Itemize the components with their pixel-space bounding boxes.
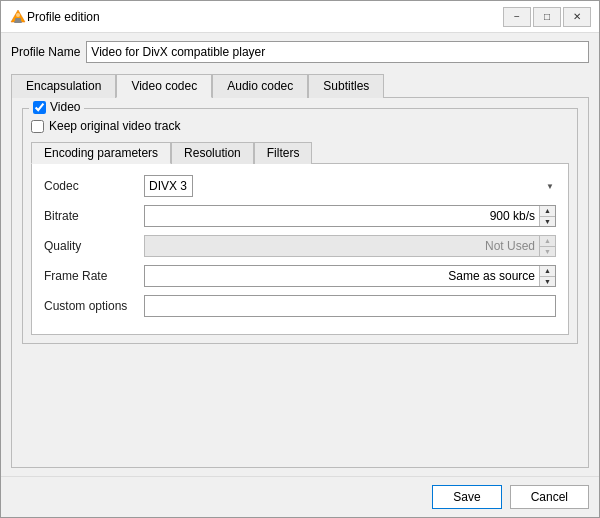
tab-audio-codec[interactable]: Audio codec [212,74,308,98]
svg-point-3 [16,13,20,17]
quality-control: Not Used ▲ ▼ [144,235,556,257]
title-bar: Profile edition − □ ✕ [1,1,599,33]
quality-label: Quality [44,239,144,253]
vlc-icon [9,8,27,26]
svg-rect-2 [14,21,22,23]
sub-tab-resolution[interactable]: Resolution [171,142,254,164]
codec-row: Codec DIVX 3 [44,174,556,198]
sub-tabs: Encoding parameters Resolution Filters [31,141,569,163]
frame-rate-spin-buttons: ▲ ▼ [539,266,555,286]
sub-panel-encoding-params: Codec DIVX 3 Bitrate [31,163,569,335]
minimize-button[interactable]: − [503,7,531,27]
main-tabs: Encapsulation Video codec Audio codec Su… [11,73,589,97]
tab-encapsulation[interactable]: Encapsulation [11,74,116,98]
tab-subtitles[interactable]: Subtitles [308,74,384,98]
bitrate-decrement[interactable]: ▼ [540,216,555,227]
custom-options-row: Custom options [44,294,556,318]
quality-value: Not Used [485,239,535,253]
quality-spin-stub: ▲ ▼ [539,236,555,256]
save-button[interactable]: Save [432,485,501,509]
quality-down-icon: ▼ [540,246,555,257]
keep-original-row: Keep original video track [31,119,569,133]
bitrate-row: Bitrate ▲ ▼ [44,204,556,228]
profile-name-row: Profile Name [11,41,589,63]
bitrate-input[interactable] [145,206,539,226]
main-content: Profile Name Encapsulation Video codec A… [1,33,599,476]
custom-options-input[interactable] [144,295,556,317]
bitrate-label: Bitrate [44,209,144,223]
sub-tab-encoding-params[interactable]: Encoding parameters [31,142,171,164]
frame-rate-control: ▲ ▼ [144,265,556,287]
frame-rate-decrement[interactable]: ▼ [540,276,555,287]
video-group-legend: Video [29,100,84,114]
custom-options-label: Custom options [44,299,144,313]
codec-control: DIVX 3 [144,175,556,197]
maximize-button[interactable]: □ [533,7,561,27]
frame-rate-increment[interactable]: ▲ [540,266,555,276]
codec-select[interactable]: DIVX 3 [144,175,193,197]
tab-panel-video-codec: Video Keep original video track Encoding… [11,97,589,468]
codec-select-wrapper: DIVX 3 [144,175,556,197]
bitrate-spin-buttons: ▲ ▼ [539,206,555,226]
video-group: Video Keep original video track Encoding… [22,108,578,344]
profile-name-input[interactable] [86,41,589,63]
profile-edition-window: Profile edition − □ ✕ Profile Name Encap… [0,0,600,518]
quality-display: Not Used ▲ ▼ [144,235,556,257]
custom-options-control [144,295,556,317]
frame-rate-spinbox: ▲ ▼ [144,265,556,287]
codec-label: Codec [44,179,144,193]
quality-row: Quality Not Used ▲ ▼ [44,234,556,258]
window-title: Profile edition [27,10,503,24]
sub-tab-filters[interactable]: Filters [254,142,313,164]
bitrate-increment[interactable]: ▲ [540,206,555,216]
frame-rate-row: Frame Rate ▲ ▼ [44,264,556,288]
close-button[interactable]: ✕ [563,7,591,27]
window-controls: − □ ✕ [503,7,591,27]
frame-rate-input[interactable] [145,266,539,286]
video-checkbox-label: Video [50,100,80,114]
tab-video-codec[interactable]: Video codec [116,74,212,98]
bitrate-control: ▲ ▼ [144,205,556,227]
keep-original-checkbox[interactable] [31,120,44,133]
bitrate-spinbox: ▲ ▼ [144,205,556,227]
bottom-bar: Save Cancel [1,476,599,517]
video-checkbox[interactable] [33,101,46,114]
cancel-button[interactable]: Cancel [510,485,589,509]
profile-name-label: Profile Name [11,45,80,59]
keep-original-label: Keep original video track [49,119,180,133]
quality-up-icon: ▲ [540,236,555,246]
frame-rate-label: Frame Rate [44,269,144,283]
